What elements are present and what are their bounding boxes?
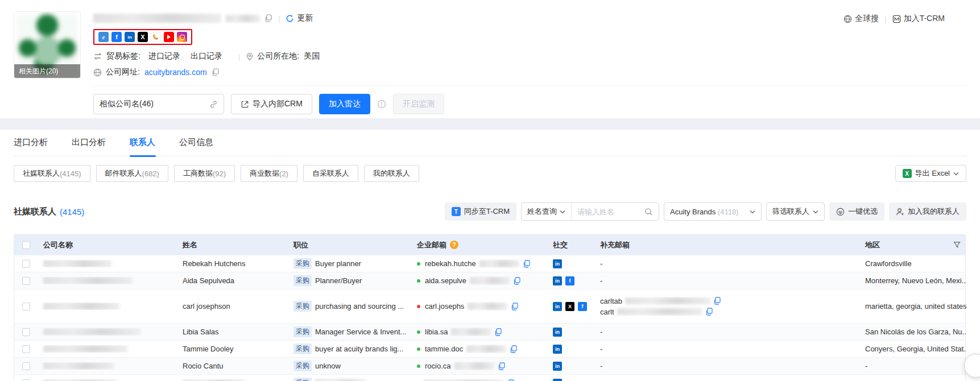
- chevron-down-icon: [953, 172, 959, 176]
- linkedin-icon[interactable]: in: [553, 345, 562, 354]
- trade-tag-export[interactable]: 出口记录: [191, 51, 222, 61]
- row-checkbox[interactable]: [22, 379, 30, 381]
- subtab-社媒联系人[interactable]: 社媒联系人(4145): [14, 165, 90, 182]
- linkedin-icon[interactable]: in: [553, 328, 562, 337]
- global-search-button[interactable]: 全球搜: [843, 14, 879, 24]
- info-icon[interactable]: [377, 100, 386, 109]
- copy-icon[interactable]: [498, 362, 506, 370]
- email-status-dot: [417, 365, 420, 368]
- x-twitter-icon[interactable]: X: [565, 302, 574, 311]
- social-cell: in: [547, 345, 594, 354]
- linkedin-icon[interactable]: in: [553, 302, 562, 311]
- add-my-contacts-button[interactable]: 加入我的联系人: [889, 202, 966, 221]
- subtab-label: 自采联系人: [312, 168, 349, 179]
- row-checkbox[interactable]: [22, 260, 30, 268]
- tab-联系人[interactable]: 联系人: [130, 137, 155, 156]
- copy-icon[interactable]: [494, 328, 502, 336]
- linkedin-icon[interactable]: in: [553, 259, 562, 268]
- purchase-badge: 采购: [293, 258, 312, 269]
- website-link[interactable]: acuitybrands.com: [144, 68, 207, 77]
- redacted-text: [470, 277, 510, 284]
- filter-contacts-dropdown[interactable]: 筛选联系人: [766, 202, 825, 221]
- subtab-label: 社媒联系人: [23, 168, 60, 179]
- row-checkbox[interactable]: [22, 362, 30, 370]
- import-internal-crm-button[interactable]: 导入内部CRM: [231, 94, 312, 114]
- facebook-icon[interactable]: f: [578, 302, 587, 311]
- linkedin-icon[interactable]: in: [553, 276, 562, 285]
- copy-icon[interactable]: [511, 303, 519, 310]
- sync-tcrm-button[interactable]: T 同步至T-CRM: [445, 202, 516, 221]
- add-radar-button[interactable]: 加入雷达: [319, 94, 370, 114]
- copy-icon[interactable]: [513, 277, 521, 285]
- ie-browser-icon[interactable]: e: [98, 32, 109, 42]
- row-checkbox[interactable]: [22, 328, 30, 336]
- join-tcrm-button[interactable]: 加入T-CRM: [892, 14, 945, 24]
- name-query-dropdown[interactable]: 姓名查询: [522, 203, 572, 220]
- tab-进口分析[interactable]: 进口分析: [14, 137, 48, 156]
- website-label: 公司网址:: [106, 67, 140, 77]
- copy-icon[interactable]: [713, 297, 721, 305]
- t-crm-sync-icon: T: [452, 207, 461, 216]
- social-cell: in: [547, 379, 594, 381]
- subtab-自采联系人[interactable]: 自采联系人: [303, 165, 358, 182]
- globe-icon: [93, 68, 102, 77]
- similar-company-select[interactable]: 相似公司名(46): [93, 94, 224, 114]
- contacts-toolbar: 社媒联系人 (4145) T 同步至T-CRM 姓名查询: [14, 202, 966, 221]
- trade-tag-import[interactable]: 进口记录: [148, 51, 180, 61]
- name-search-group: 姓名查询: [521, 202, 659, 221]
- subtab-count: (682): [142, 169, 159, 178]
- row-checkbox-cell: [14, 328, 38, 336]
- region-cell: Monterrey, Nuevo León, Mexi...: [859, 276, 966, 285]
- start-monitor-button[interactable]: 开启监测: [393, 94, 444, 114]
- linkedin-icon[interactable]: in: [553, 379, 562, 381]
- row-checkbox[interactable]: [22, 277, 30, 285]
- related-images-label[interactable]: 相关图片(20): [14, 64, 80, 78]
- company-filter-select[interactable]: Acuity Brands (4118): [664, 202, 762, 221]
- column-header-社交: 社交: [547, 240, 594, 250]
- linkedin-icon[interactable]: in: [553, 362, 562, 371]
- company-cell: [38, 362, 177, 370]
- company-logo[interactable]: 相关图片(20): [14, 11, 81, 78]
- table-row: Rocio Cantu采购unknowrocio.cain--: [14, 358, 965, 375]
- export-excel-button[interactable]: X导出 Excel: [895, 165, 966, 182]
- search-icon[interactable]: [644, 208, 659, 216]
- help-icon[interactable]: ?: [450, 241, 458, 249]
- copy-icon[interactable]: [264, 14, 272, 22]
- tab-公司信息[interactable]: 公司信息: [179, 137, 213, 156]
- linkedin-icon[interactable]: in: [125, 32, 135, 42]
- subtab-label: 商业数据: [250, 168, 279, 179]
- column-header-地区: 地区: [859, 240, 966, 250]
- youtube-icon[interactable]: [164, 32, 174, 42]
- copy-icon[interactable]: [523, 260, 531, 268]
- one-click-select-button[interactable]: 一键优选: [829, 202, 884, 221]
- row-checkbox[interactable]: [22, 345, 30, 353]
- phone-icon[interactable]: [151, 32, 161, 42]
- tab-出口分析[interactable]: 出口分析: [72, 137, 106, 156]
- refresh-label[interactable]: 更新: [297, 13, 313, 23]
- company-cell: [38, 328, 177, 336]
- instagram-icon[interactable]: [177, 32, 187, 42]
- subtab-商业数据[interactable]: 商业数据(2): [241, 165, 297, 182]
- similar-company-label: 相似公司名(46): [100, 99, 154, 109]
- copy-icon[interactable]: [212, 68, 220, 76]
- table-row: Rebekah Hutchens采购Buyer plannerrebekah.h…: [14, 255, 965, 272]
- facebook-icon[interactable]: f: [565, 276, 574, 285]
- extra-email-cell: -: [594, 259, 859, 268]
- extra-email-cell: -: [594, 328, 859, 336]
- subtab-工商数据[interactable]: 工商数据(92): [174, 165, 235, 182]
- extra-email-line: carltab: [600, 297, 721, 305]
- x-twitter-icon[interactable]: X: [138, 32, 148, 42]
- row-checkbox[interactable]: [22, 303, 30, 310]
- select-all-checkbox[interactable]: [22, 241, 30, 249]
- name-search-input[interactable]: [572, 208, 644, 216]
- filter-funnel-icon[interactable]: [953, 241, 961, 249]
- subtab-邮件联系人[interactable]: 邮件联系人(682): [96, 165, 168, 182]
- location-value: 美国: [304, 51, 320, 61]
- copy-icon[interactable]: [507, 379, 515, 381]
- email-prefix: aida.sepulve: [425, 276, 466, 285]
- copy-icon[interactable]: [705, 308, 713, 316]
- subtab-我的联系人[interactable]: 我的联系人: [364, 165, 419, 182]
- export-excel-label: 导出 Excel: [915, 168, 950, 179]
- copy-icon[interactable]: [510, 345, 518, 353]
- facebook-icon[interactable]: f: [111, 32, 122, 42]
